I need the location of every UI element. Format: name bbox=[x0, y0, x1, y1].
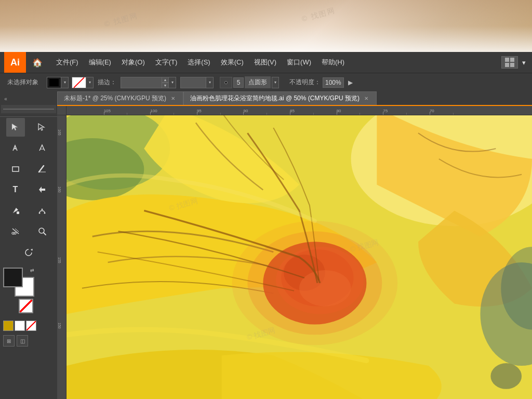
foreground-color-swatch[interactable] bbox=[3, 268, 23, 287]
right-panel: 未标题-1* @ 25% (CMYK/GPU 预览) ✕ 油画粉色肌理花朵浴室简… bbox=[57, 91, 532, 399]
pen-tool-button[interactable] bbox=[6, 139, 25, 157]
ruler-tick-95 bbox=[197, 112, 197, 115]
swap-colors-button[interactable]: ⇄ bbox=[30, 268, 34, 273]
ruler-label-100: 100 bbox=[150, 109, 157, 113]
tool-row-4: T bbox=[0, 179, 57, 200]
svg-rect-7 bbox=[17, 211, 19, 214]
ruler-small-tick-1 bbox=[127, 113, 127, 115]
watermark-2: © 找图网 bbox=[301, 6, 337, 24]
stroke-style-input[interactable] bbox=[180, 77, 206, 88]
type-tool-button[interactable]: T bbox=[6, 180, 25, 199]
menu-view[interactable]: 视图(V) bbox=[249, 52, 282, 73]
svg-point-10 bbox=[41, 209, 43, 210]
ruler-small-tick-6 bbox=[360, 113, 360, 115]
layers-button[interactable]: ⊞ bbox=[3, 335, 15, 347]
select-tool-button[interactable] bbox=[6, 118, 25, 137]
rect-tool-button[interactable] bbox=[6, 159, 25, 178]
svg-marker-0 bbox=[12, 124, 18, 130]
ruler-tick-75 bbox=[383, 112, 383, 115]
svg-point-9 bbox=[44, 212, 45, 214]
menu-text[interactable]: 文字(T) bbox=[150, 52, 183, 73]
color-swatch-none[interactable] bbox=[26, 321, 36, 331]
no-color-indicator bbox=[19, 299, 37, 317]
menu-edit[interactable]: 编辑(E) bbox=[84, 52, 116, 73]
opacity-label: 不透明度： bbox=[289, 78, 321, 87]
color-swatch-gold[interactable] bbox=[3, 321, 14, 331]
svg-marker-6 bbox=[39, 187, 45, 193]
ruler-small-tick-4 bbox=[267, 113, 267, 115]
workspace-dropdown[interactable]: ▾ bbox=[520, 52, 528, 73]
canvas-area[interactable]: 105 100 95 90 85 80 75 70 bbox=[57, 106, 532, 399]
more-options-button[interactable]: ▶ bbox=[348, 79, 353, 86]
color-area: ⇄ ⊞ ◫ bbox=[0, 264, 57, 350]
tab-flower-label: 油画粉色肌理花朵浴室简约地毯.ai @ 50% (CMYK/GPU 预览) bbox=[190, 94, 360, 103]
scale-tool-button[interactable] bbox=[33, 180, 51, 199]
ruler-label-95: 95 bbox=[197, 109, 202, 113]
menu-help[interactable]: 帮助(H) bbox=[316, 52, 350, 73]
ruler-tick-80 bbox=[337, 112, 337, 115]
stroke-down-arrow[interactable]: ▼ bbox=[162, 83, 169, 88]
tab-untitled[interactable]: 未标题-1* @ 25% (CMYK/GPU 预览) ✕ bbox=[57, 91, 183, 105]
stroke-value-input[interactable] bbox=[121, 77, 162, 88]
fill-tool-button[interactable] bbox=[6, 201, 25, 220]
stroke-swatch-dropdown[interactable]: ▾ bbox=[86, 77, 94, 88]
fill-color-dropdown[interactable]: ▾ bbox=[61, 77, 69, 88]
zoom-tool-button[interactable] bbox=[33, 222, 51, 241]
fill-color-swatch[interactable] bbox=[47, 77, 61, 88]
wrap-tool-button[interactable] bbox=[33, 201, 51, 220]
menu-window[interactable]: 窗口(W) bbox=[282, 52, 316, 73]
left-toolbar: « bbox=[0, 91, 57, 399]
brush-dot bbox=[224, 81, 228, 84]
ruler-label-105: 105 bbox=[104, 109, 111, 113]
eraser-tool-button[interactable] bbox=[33, 159, 51, 178]
direct-select-tool-button[interactable] bbox=[33, 118, 51, 137]
menu-file[interactable]: 文件(F) bbox=[51, 52, 84, 73]
svg-point-2 bbox=[14, 148, 16, 150]
tab-untitled-close[interactable]: ✕ bbox=[169, 95, 177, 102]
ruler-tick-70 bbox=[430, 112, 430, 115]
ruler-small-tick-5 bbox=[313, 113, 314, 115]
menubar: Ai 🏠 文件(F) 编辑(E) 对象(O) 文字(T) 选择(S) 效果(C)… bbox=[0, 52, 532, 73]
svg-point-31 bbox=[490, 363, 522, 389]
tool-row-1 bbox=[0, 117, 57, 138]
main-area: « bbox=[0, 91, 532, 399]
flower-svg: © 找图网 © 找图网 © 找图网 bbox=[66, 115, 532, 399]
stroke-dropdown[interactable]: ▾ bbox=[169, 77, 176, 88]
top-image-area: © 找图网 © 找图网 bbox=[0, 0, 532, 52]
cut-tool-button[interactable] bbox=[6, 222, 25, 241]
fg-bg-swatches: ⇄ bbox=[3, 268, 34, 297]
ruler-label-160: 160 bbox=[58, 187, 61, 193]
anchor-tool-button[interactable] bbox=[33, 139, 51, 157]
home-button[interactable]: 🏠 bbox=[28, 52, 47, 73]
svg-marker-17 bbox=[31, 249, 33, 251]
brush-shape-dropdown[interactable]: ▾ bbox=[272, 77, 279, 88]
workspace-button[interactable] bbox=[501, 56, 518, 69]
painting-canvas: © 找图网 © 找图网 © 找图网 bbox=[66, 115, 532, 399]
tab-untitled-label: 未标题-1* @ 25% (CMYK/GPU 预览) bbox=[64, 94, 166, 103]
bottom-toolbar-icons: ⊞ ◫ bbox=[3, 335, 54, 347]
svg-point-8 bbox=[38, 212, 40, 214]
tabs-bar: 未标题-1* @ 25% (CMYK/GPU 预览) ✕ 油画粉色肌理花朵浴室简… bbox=[57, 91, 532, 106]
stroke-label: 描边： bbox=[96, 78, 118, 87]
stroke-up-arrow[interactable]: ▲ bbox=[162, 77, 169, 83]
ruler-tick-100 bbox=[150, 112, 151, 115]
stroke-none-swatch[interactable] bbox=[72, 77, 86, 88]
color-swatch-white[interactable] bbox=[15, 321, 25, 331]
ruler-label-85: 85 bbox=[290, 109, 295, 113]
collapse-panel-button[interactable]: « bbox=[1, 94, 10, 104]
menu-select[interactable]: 选择(S) bbox=[182, 52, 215, 73]
menu-effect[interactable]: 效果(C) bbox=[216, 52, 249, 73]
ruler-top: 105 100 95 90 85 80 75 70 bbox=[66, 106, 532, 115]
color-swatches-row bbox=[3, 321, 54, 331]
rotate-tool-button[interactable] bbox=[19, 243, 38, 261]
menu-object[interactable]: 对象(O) bbox=[116, 52, 150, 73]
selection-status: 未选择对象 bbox=[3, 78, 43, 87]
tool-row-5 bbox=[0, 200, 57, 221]
ruler-label-155: 155 bbox=[58, 257, 61, 263]
stroke-style-dropdown[interactable]: ▾ bbox=[206, 77, 214, 88]
tab-flower[interactable]: 油画粉色肌理花朵浴室简约地毯.ai @ 50% (CMYK/GPU 预览) ✕ bbox=[183, 91, 377, 105]
ruler-small-tick-2 bbox=[174, 113, 174, 115]
tab-flower-close[interactable]: ✕ bbox=[363, 95, 370, 102]
brush-shape-label: 点圆形 bbox=[245, 76, 271, 88]
artboards-button[interactable]: ◫ bbox=[17, 335, 28, 347]
